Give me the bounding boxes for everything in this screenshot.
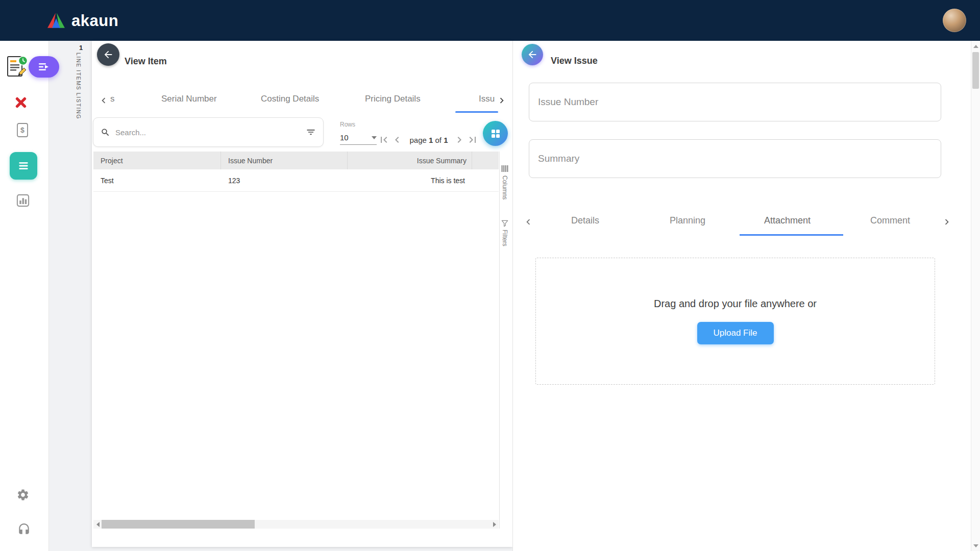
previous-page-button[interactable] bbox=[391, 134, 403, 146]
back-button[interactable] bbox=[97, 43, 119, 66]
page-current: 1 bbox=[429, 136, 433, 144]
sidebar-item-analytics[interactable] bbox=[15, 193, 31, 208]
sidebar-item-settings[interactable] bbox=[16, 488, 30, 502]
next-page-button[interactable] bbox=[453, 134, 465, 146]
rows-label: Rows bbox=[340, 121, 355, 128]
tabs-scroll-right-button[interactable] bbox=[496, 95, 507, 106]
last-page-button[interactable] bbox=[467, 134, 479, 146]
view-item-panel: View Item s Serial Number Costing Detail… bbox=[92, 41, 512, 547]
chevron-left-icon bbox=[391, 134, 403, 146]
line-items-toggle-button[interactable] bbox=[29, 56, 59, 78]
grid-icon bbox=[489, 128, 502, 140]
sidebar-item-line-items-active[interactable] bbox=[10, 152, 37, 180]
sidebar-item-billing[interactable]: $ bbox=[16, 121, 29, 139]
scroll-right-arrow[interactable] bbox=[490, 520, 499, 529]
filters-label: Filters bbox=[501, 230, 508, 246]
table-header-overflow bbox=[472, 152, 499, 169]
chevron-right-icon bbox=[453, 134, 465, 146]
playlist-arrow-icon bbox=[37, 61, 51, 73]
akaun-logo-icon bbox=[47, 12, 65, 29]
search-box bbox=[93, 117, 324, 147]
brand[interactable]: akaun bbox=[47, 12, 118, 29]
tab-issue-active[interactable]: Issu bbox=[479, 94, 495, 104]
top-navbar: akaun bbox=[0, 0, 980, 41]
vertical-scrollbar-thumb[interactable] bbox=[972, 52, 979, 89]
rows-per-page-select[interactable]: 10 bbox=[340, 131, 377, 145]
chevron-right-icon bbox=[496, 95, 507, 106]
issue-tabs-scroll-left-button[interactable] bbox=[523, 216, 534, 228]
table-side-rail: Columns Filters bbox=[499, 152, 512, 529]
tab-details[interactable]: Details bbox=[571, 215, 599, 226]
tab-comment[interactable]: Comment bbox=[870, 215, 910, 226]
search-icon bbox=[101, 128, 110, 137]
chevron-left-icon bbox=[98, 95, 109, 106]
back-button-issue[interactable] bbox=[522, 44, 543, 65]
tab-costing-details[interactable]: Costing Details bbox=[261, 94, 319, 104]
rows-value: 10 bbox=[340, 133, 349, 142]
user-avatar[interactable] bbox=[943, 9, 966, 32]
cell-project: Test bbox=[93, 169, 221, 191]
tab-attachment-active[interactable]: Attachment bbox=[764, 215, 811, 226]
list-icon bbox=[17, 159, 30, 172]
chart-icon bbox=[16, 193, 30, 208]
rail-badge: 1 bbox=[79, 44, 83, 52]
panel-title: View Issue bbox=[551, 56, 598, 66]
table-row[interactable]: Test 123 This is test bbox=[93, 169, 499, 192]
tab-planning[interactable]: Planning bbox=[670, 215, 705, 226]
file-dropzone[interactable]: Drag and drop your file anywhere or Uplo… bbox=[535, 258, 935, 385]
dollar-file-icon: $ bbox=[16, 122, 29, 138]
issue-number-field[interactable]: Issue Number bbox=[529, 83, 941, 121]
chevron-down-icon bbox=[372, 136, 377, 139]
filter-list-icon[interactable] bbox=[306, 127, 316, 137]
scroll-left-arrow[interactable] bbox=[93, 520, 102, 529]
upload-file-button[interactable]: Upload File bbox=[697, 322, 774, 344]
tabs-scroll-left-button[interactable] bbox=[98, 95, 109, 106]
horizontal-scrollbar-thumb[interactable] bbox=[102, 520, 255, 529]
cell-issue-number: 123 bbox=[221, 169, 348, 191]
cell-issue-summary: This is test bbox=[348, 169, 472, 191]
table-header-issue-summary: Issue Summary bbox=[348, 152, 472, 169]
page-total: 1 bbox=[444, 136, 448, 144]
chevron-right-icon bbox=[941, 216, 952, 228]
issue-tabs-scroll-right-button[interactable] bbox=[941, 216, 952, 228]
table-header-issue-number: Issue Number bbox=[221, 152, 348, 169]
dropzone-text: Drag and drop your file anywhere or bbox=[654, 298, 817, 310]
search-input[interactable] bbox=[114, 128, 306, 137]
filters-rail-button[interactable]: Filters bbox=[501, 220, 508, 246]
columns-rail-button[interactable]: Columns bbox=[501, 165, 508, 199]
gear-icon bbox=[16, 488, 30, 502]
issue-number-label: Issue Number bbox=[538, 96, 598, 108]
arrow-left-icon bbox=[527, 49, 538, 60]
svg-text:$: $ bbox=[20, 126, 24, 134]
view-issue-panel: View Issue Issue Number Summary Details … bbox=[512, 41, 971, 551]
of-word: of bbox=[435, 136, 442, 144]
active-tab-indicator bbox=[740, 234, 843, 236]
summary-label: Summary bbox=[538, 153, 579, 164]
sidebar-item-reports[interactable] bbox=[12, 94, 30, 111]
last-page-icon bbox=[467, 134, 479, 146]
scroll-up-arrow[interactable] bbox=[971, 42, 980, 51]
headset-icon bbox=[17, 523, 31, 536]
tab-serial-number[interactable]: Serial Number bbox=[161, 94, 217, 104]
arrow-left-icon bbox=[103, 49, 114, 60]
summary-field[interactable]: Summary bbox=[529, 139, 941, 178]
scroll-down-arrow[interactable] bbox=[971, 541, 980, 550]
first-page-button[interactable] bbox=[378, 134, 390, 146]
page-indicator: page 1 of 1 bbox=[404, 136, 453, 144]
brand-name: akaun bbox=[71, 13, 118, 29]
tab-pricing-details[interactable]: Pricing Details bbox=[365, 94, 421, 104]
panel-title: View Item bbox=[125, 56, 167, 67]
horizontal-scrollbar[interactable] bbox=[93, 520, 499, 529]
sidebar: $ bbox=[0, 41, 49, 551]
first-page-icon bbox=[378, 134, 390, 146]
grid-view-button[interactable] bbox=[483, 121, 508, 146]
app-screen: akaun bbox=[0, 0, 980, 551]
rail-vertical-label: LINE ITEMS LISTING bbox=[76, 53, 82, 119]
sidebar-item-support[interactable] bbox=[17, 522, 31, 537]
tab-clipped[interactable]: s bbox=[110, 94, 128, 104]
filter-funnel-icon bbox=[501, 220, 508, 227]
cell-overflow bbox=[472, 169, 499, 191]
vertical-scrollbar[interactable] bbox=[971, 41, 980, 551]
invoice-icon bbox=[5, 55, 28, 78]
sidebar-item-documents[interactable] bbox=[4, 54, 29, 79]
